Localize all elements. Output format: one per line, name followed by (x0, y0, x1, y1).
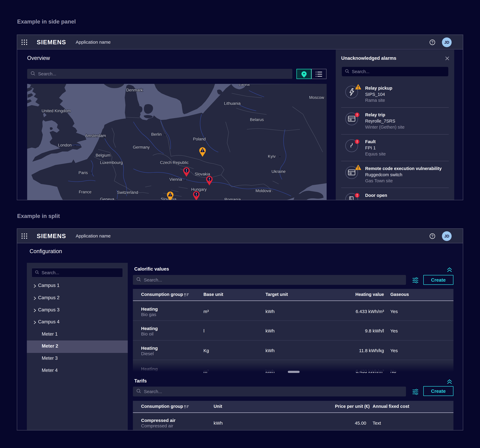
svg-text:Denmark: Denmark (126, 88, 143, 92)
svg-text:Moscow: Moscow (309, 95, 324, 100)
svg-text:Czech Republic: Czech Republic (160, 160, 189, 165)
svg-text:Poland: Poland (193, 137, 206, 141)
svg-text:Slovakia: Slovakia (195, 172, 210, 176)
svg-text:Vienna: Vienna (169, 177, 182, 182)
svg-text:Hungary: Hungary (191, 187, 207, 192)
svg-text:Amsterdam: Amsterdam (85, 133, 106, 138)
svg-text:Romania: Romania (224, 197, 241, 200)
svg-text:Belarus: Belarus (250, 117, 264, 122)
svg-text:Germany: Germany (133, 145, 150, 150)
svg-text:Kyiv: Kyiv (268, 154, 276, 159)
svg-text:Paris: Paris (78, 170, 88, 175)
svg-text:Ukraine: Ukraine (271, 169, 285, 174)
svg-text:Moldova: Moldova (255, 189, 271, 193)
svg-text:Belgium: Belgium (96, 153, 110, 158)
svg-text:Lithuania: Lithuania (224, 101, 241, 106)
svg-text:France: France (79, 190, 92, 194)
svg-text:United Kingdom: United Kingdom (42, 109, 71, 113)
svg-text:Luxembourg: Luxembourg (100, 160, 123, 165)
svg-text:Switzerland: Switzerland (117, 190, 138, 195)
svg-text:London: London (58, 143, 72, 147)
svg-text:Berlin: Berlin (151, 132, 162, 137)
svg-text:Geneva: Geneva (100, 197, 114, 200)
svg-text:Latvia: Latvia (239, 84, 250, 87)
